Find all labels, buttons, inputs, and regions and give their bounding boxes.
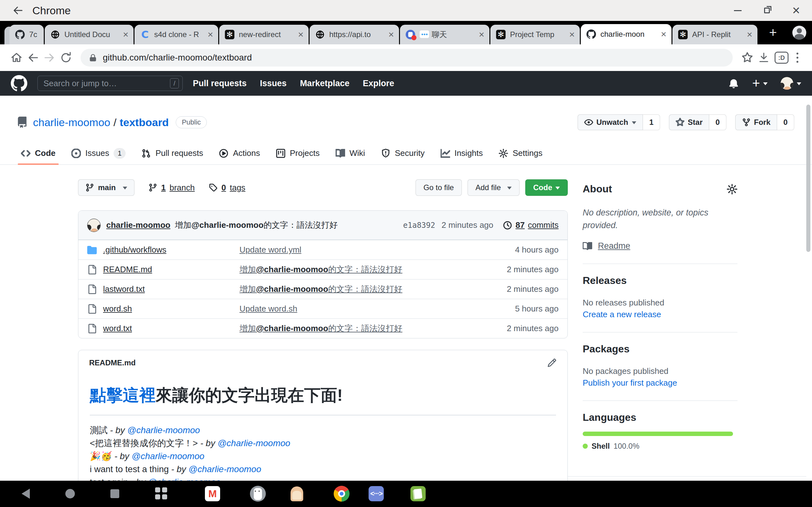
file-row[interactable]: lastword.txt 增加@charlie-moomoo的文字：語法沒打好 … [78,279,567,299]
file-name-link[interactable]: lastword.txt [103,284,240,294]
gear-icon[interactable] [727,184,738,194]
file-row[interactable]: .github/workflows Update word.yml 4 hour… [78,240,567,260]
branches-link[interactable]: 1branch [148,183,195,193]
tab-3[interactable]: C s4d clone - R × [135,25,218,44]
nav-marketplace[interactable]: Marketplace [300,78,350,89]
close-window-button[interactable]: × [790,4,803,17]
fork-button[interactable]: Fork [735,114,777,130]
bread-app-icon[interactable] [291,487,303,501]
tab-6[interactable]: 聊天 × [400,25,490,44]
tab-1[interactable]: 7c [9,25,44,44]
browser-profile-icon[interactable] [792,26,806,40]
nav-explore[interactable]: Explore [363,78,394,89]
user-menu[interactable] [780,77,801,90]
commit-avatar[interactable] [87,219,101,232]
tab-9[interactable]: ✻ API - Replit × [672,25,757,44]
commits-history-link[interactable]: 87commits [503,220,559,230]
github-search[interactable]: / [38,76,183,91]
gmail-app-icon[interactable]: M [205,486,220,501]
publish-package-link[interactable]: Publish your first package [583,378,738,388]
file-row[interactable]: README.md 增加@charlie-moomoo的文字：語法沒打好 2 m… [78,260,567,279]
file-commit-message[interactable]: Update word.sh [240,304,509,314]
tags-link[interactable]: 0tags [209,183,246,193]
tab-close-icon[interactable]: × [388,30,394,39]
tab-close-icon[interactable]: × [478,30,484,39]
tab-wiki[interactable]: Wiki [330,142,371,164]
url-text[interactable]: github.com/charlie-moomoo/textboard [103,53,252,63]
tab-pull-requests[interactable]: Pull requests [136,142,209,164]
file-name-link[interactable]: README.md [103,265,240,274]
readme-heading-link[interactable]: 點擊這裡 [90,386,156,404]
download-icon[interactable] [756,49,772,66]
bookmark-star-icon[interactable] [739,49,756,66]
tab-projects[interactable]: Projects [270,142,325,164]
tab-actions[interactable]: Actions [213,142,265,164]
nav-issues[interactable]: Issues [260,78,287,89]
user-mention-link[interactable]: @charlie-moomoo [217,438,290,448]
home-icon[interactable] [8,49,25,66]
branch-selector[interactable]: main [78,179,135,196]
avatar[interactable] [780,77,794,90]
star-count[interactable]: 0 [709,114,726,130]
repo-owner-link[interactable]: charlie-moomoo [33,116,110,128]
create-release-link[interactable]: Create a new release [583,309,738,320]
repo-name-link[interactable]: textboard [119,116,169,128]
go-to-file-button[interactable]: Go to file [415,179,462,196]
reload-icon[interactable] [58,49,74,66]
tab-close-icon[interactable]: × [298,30,304,39]
packages-heading[interactable]: Packages [583,343,738,355]
commit-hash[interactable]: e1a8392 [403,221,435,230]
address-bar[interactable]: github.com/charlie-moomoo/textboard [81,49,733,66]
forward-icon[interactable] [41,49,58,66]
notifications-bell-icon[interactable] [728,78,740,89]
releases-heading[interactable]: Releases [583,275,738,286]
shelf-overview-icon[interactable] [110,489,119,498]
tab-2[interactable]: Untitled Docu × [45,25,134,44]
tab-close-icon[interactable]: × [123,30,129,39]
tab-8-active[interactable]: charlie-moon × [581,24,671,44]
nav-pull-requests[interactable]: Pull requests [193,78,247,89]
edit-pencil-icon[interactable] [547,358,557,368]
tab-issues[interactable]: Issues1 [66,142,131,164]
file-name-link[interactable]: word.txt [103,324,240,333]
star-button[interactable]: Star [669,114,709,130]
language-legend[interactable]: Shell 100.0% [583,442,738,451]
github-search-input[interactable] [38,76,183,91]
tab-7[interactable]: ✻ Project Temp × [490,25,580,44]
file-row[interactable]: word.txt 增加@charlie-moomoo的文字：語法沒打好 2 mi… [78,319,567,338]
commit-author-link[interactable]: charlie-moomoo [106,220,170,230]
shelf-home-icon[interactable] [65,489,75,498]
create-new-menu[interactable]: + [752,76,768,91]
github-logo-icon[interactable] [11,75,27,92]
window-back-icon[interactable] [11,3,25,17]
file-commit-message[interactable]: 增加@charlie-moomoo的文字：語法沒打好 [240,264,501,275]
tab-5[interactable]: https://api.to × [310,25,399,44]
new-tab-button[interactable]: + [764,23,782,43]
extension-icon[interactable]: :D [774,52,789,64]
shelf-back-icon[interactable] [21,489,30,499]
tab-insights[interactable]: Insights [435,142,489,164]
app-launcher-icon[interactable] [155,487,168,500]
tab-close-icon[interactable]: × [207,30,213,39]
tab-4[interactable]: ✻ new-redirect × [219,25,309,44]
add-file-button[interactable]: Add file [467,179,519,196]
file-commit-message[interactable]: 增加@charlie-moomoo的文字：語法沒打好 [240,323,501,334]
cat-app-icon[interactable] [250,486,266,502]
file-name-link[interactable]: .github/workflows [103,245,240,255]
commit-message[interactable]: 增加@charlie-moomoo的文字：語法沒打好 [175,220,338,231]
watch-count[interactable]: 1 [643,114,660,130]
code-button[interactable]: Code [525,179,568,196]
user-mention-link[interactable]: @charlie-moomoo [127,425,200,435]
back-icon[interactable] [25,49,41,66]
file-name-link[interactable]: word.sh [103,304,240,314]
tab-code[interactable]: Code [15,142,61,164]
browser-menu-icon[interactable] [791,53,804,63]
user-mention-link[interactable]: @charlie-moomoo [189,464,261,474]
code-app-icon[interactable]: <···> [368,486,384,501]
restore-button[interactable] [761,4,773,17]
tab-settings[interactable]: Settings [493,142,548,164]
tab-close-icon[interactable]: × [747,30,752,39]
file-commit-message[interactable]: 增加@charlie-moomoo的文字：語法沒打好 [240,284,501,295]
fork-count[interactable]: 0 [777,114,794,130]
scrollbar[interactable] [806,105,810,252]
